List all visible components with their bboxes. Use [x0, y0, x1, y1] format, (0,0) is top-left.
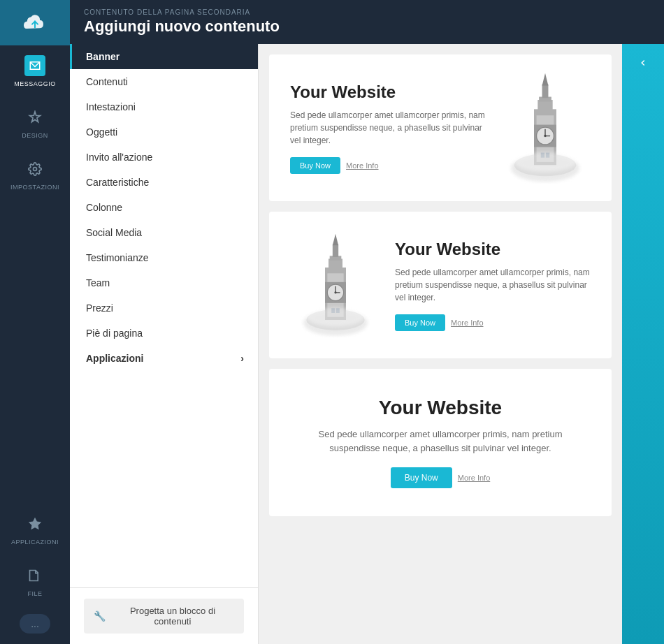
nav-item-social[interactable]: Social Media	[70, 220, 258, 245]
more-info-button-2[interactable]: More Info	[451, 319, 483, 327]
nav-item-oggetti[interactable]: Oggetti	[70, 119, 258, 145]
card-title-1: Your Website	[290, 82, 486, 102]
messaggio-icon	[24, 55, 45, 76]
sidebar-dots: ...	[0, 607, 70, 644]
arrow-right-icon: ›	[240, 353, 244, 364]
nav-item-applicazioni[interactable]: Applicazioni ›	[70, 346, 258, 371]
messaggio-label: MESSAGGIO	[14, 80, 56, 87]
card-image-2	[290, 233, 381, 337]
card-body-3: Sed pede ullamcorper amet ullamcorper pr…	[301, 427, 580, 455]
preview-card-2: Your Website Sed pede ullamcorper amet u…	[269, 212, 612, 358]
nav-item-testimonianze[interactable]: Testimonianze	[70, 245, 258, 270]
svg-rect-28	[333, 244, 338, 257]
content-area: Banner Contenuti Intestazioni Oggetti In…	[70, 44, 664, 644]
collapse-button[interactable]	[622, 44, 664, 82]
wrench-icon: 🔧	[94, 610, 106, 622]
right-panel	[622, 44, 664, 644]
main-content: CONTENUTO DELLA PAGINA SECONDARIA Aggiun…	[70, 0, 664, 644]
svg-point-0	[34, 168, 37, 171]
svg-marker-13	[542, 73, 549, 86]
nav-item-prezzi[interactable]: Prezzi	[70, 295, 258, 321]
preview-card-3: Your Website Sed pede ullamcorper amet u…	[269, 369, 612, 516]
tower-svg-1	[503, 72, 587, 184]
card-body-1: Sed pede ullamcorper amet ullamcorper pr…	[290, 109, 486, 147]
file-label: FILE	[27, 590, 42, 597]
top-header: CONTENUTO DELLA PAGINA SECONDARIA Aggiun…	[70, 0, 664, 44]
card-body-2: Sed pede ullamcorper amet ullamcorper pr…	[395, 266, 591, 304]
nav-footer: 🔧 Progetta un blocco di contenuti	[70, 587, 258, 644]
nav-item-colonne[interactable]: Colonne	[70, 195, 258, 220]
cloud-logo-icon	[21, 9, 49, 37]
preview-card-1: Your Website Sed pede ullamcorper amet u…	[269, 54, 612, 201]
nav-item-contenuti[interactable]: Contenuti	[70, 69, 258, 94]
page-subtitle: CONTENUTO DELLA PAGINA SECONDARIA	[84, 8, 650, 16]
nav-item-caratteristiche[interactable]: Caratteristiche	[70, 170, 258, 195]
design-block-label: Progetta un blocco di contenuti	[111, 606, 234, 627]
card-title-3: Your Website	[379, 397, 502, 419]
sidebar-item-file[interactable]: FILE	[0, 555, 70, 607]
buy-now-button-2[interactable]: Buy Now	[395, 314, 445, 331]
svg-rect-10	[537, 100, 552, 112]
buy-now-button-1[interactable]: Buy Now	[290, 157, 340, 174]
svg-point-32	[306, 308, 364, 327]
buy-now-button-3[interactable]: Buy Now	[391, 467, 452, 488]
dots-button[interactable]: ...	[20, 614, 50, 634]
logo-area	[0, 0, 70, 45]
sidebar-item-impostazioni[interactable]: IMPOSTAZIONI	[0, 149, 70, 200]
settings-icon	[24, 159, 45, 180]
tower-svg-2	[297, 233, 374, 337]
card-buttons-3: Buy Now More Info	[391, 467, 491, 488]
design-block-button[interactable]: 🔧 Progetta un blocco di contenuti	[84, 599, 244, 634]
svg-rect-12	[542, 85, 549, 98]
svg-point-16	[514, 152, 577, 172]
icon-sidebar: MESSAGGIO DESIGN IMPOSTAZIONI APPLICAZIO…	[0, 0, 70, 644]
applicazioni-nav-label: Applicazioni	[86, 353, 143, 364]
nav-item-invito[interactable]: Invito all'azione	[70, 145, 258, 170]
more-info-button-1[interactable]: More Info	[346, 161, 378, 170]
page-title: Aggiungi nuovo contenuto	[84, 17, 650, 36]
card-text-1: Your Website Sed pede ullamcorper amet u…	[290, 82, 486, 174]
more-info-button-3[interactable]: More Info	[458, 474, 490, 482]
preview-area[interactable]: Your Website Sed pede ullamcorper amet u…	[259, 44, 622, 644]
sidebar-item-applicazioni[interactable]: APPLICAZIONI	[0, 504, 70, 555]
card-title-2: Your Website	[395, 240, 591, 259]
design-label: DESIGN	[22, 132, 48, 139]
sidebar-item-design[interactable]: DESIGN	[0, 97, 70, 149]
applicazioni-label: APPLICAZIONI	[11, 539, 59, 546]
card-buttons-1: Buy Now More Info	[290, 157, 486, 174]
impostazioni-label: IMPOSTAZIONI	[10, 184, 59, 191]
card-text-2: Your Website Sed pede ullamcorper amet u…	[395, 240, 591, 331]
svg-marker-29	[333, 234, 338, 246]
design-icon	[24, 107, 45, 128]
card-buttons-2: Buy Now More Info	[395, 314, 591, 331]
nav-item-pie[interactable]: Piè di pagina	[70, 321, 258, 346]
card-image-1	[500, 75, 591, 180]
nav-menu: Banner Contenuti Intestazioni Oggetti In…	[70, 44, 259, 644]
nav-item-team[interactable]: Team	[70, 270, 258, 295]
nav-item-banner[interactable]: Banner	[70, 44, 258, 69]
file-icon	[24, 565, 45, 586]
star-icon	[24, 513, 45, 534]
nav-item-intestazioni[interactable]: Intestazioni	[70, 94, 258, 119]
sidebar-item-messaggio[interactable]: MESSAGGIO	[0, 45, 70, 97]
